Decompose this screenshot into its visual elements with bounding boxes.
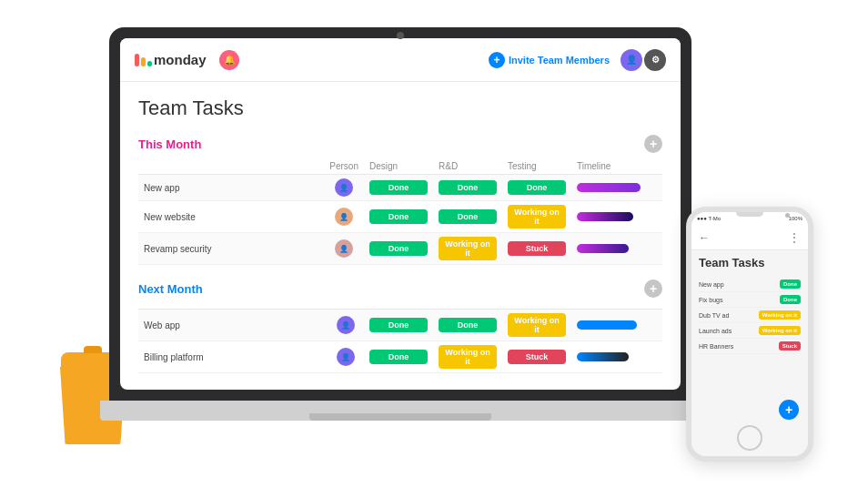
avatar-user1[interactable]: 👤 xyxy=(621,49,642,71)
design-cell: Done xyxy=(364,310,433,341)
table-row: New website 👤 Done Done xyxy=(138,201,662,233)
add-next-month-button[interactable]: + xyxy=(644,279,662,298)
phone-battery: 100% xyxy=(789,216,802,221)
phone-home-button[interactable] xyxy=(737,425,762,451)
status-badge: Working on it xyxy=(759,326,801,335)
task-name: Web app xyxy=(138,310,328,341)
status-badge: Done xyxy=(439,180,497,195)
col-person: Person xyxy=(324,158,364,175)
header-right: + Invite Team Members 👤 ⚙ xyxy=(489,49,666,71)
phone-carrier: ●●● T-Mo xyxy=(697,216,721,221)
rd-cell: Done xyxy=(433,175,502,201)
phone-header: ← ⋮ xyxy=(691,225,808,250)
status-badge: Done xyxy=(780,295,801,304)
timeline-bar xyxy=(577,320,637,330)
phone-screen: ●●● T-Mo 100% ← ⋮ Team Tasks New app Don… xyxy=(691,212,808,456)
testing-cell: Stuck xyxy=(502,341,571,373)
timeline-cell xyxy=(571,310,662,341)
status-badge: Working on it xyxy=(508,205,566,229)
person-cell: 👤 xyxy=(328,310,364,341)
avatar: 👤 xyxy=(337,348,355,366)
testing-cell: Done xyxy=(502,175,571,201)
phone-task-name: Launch ads xyxy=(699,328,755,334)
list-item: HR Banners Stuck xyxy=(699,339,801,354)
design-cell: Done xyxy=(364,201,433,233)
notification-bell[interactable]: 🔔 xyxy=(219,50,239,70)
add-this-month-button[interactable]: + xyxy=(644,135,662,153)
testing-cell: Working on it xyxy=(502,201,571,233)
laptop-screen-outer: monday 🔔 + Invite Team Members xyxy=(109,27,691,401)
status-badge: Stuck xyxy=(779,341,801,351)
laptop-camera xyxy=(397,32,404,39)
col-rd: R&D xyxy=(433,158,502,175)
table-row: New app 👤 Done Done xyxy=(138,175,662,201)
person-cell: 👤 xyxy=(324,175,364,201)
status-badge: Done xyxy=(369,318,428,332)
status-badge: Done xyxy=(439,318,497,332)
avatar: 👤 xyxy=(335,178,353,197)
status-badge: Done xyxy=(369,180,428,195)
phone-task-name: HR Banners xyxy=(699,343,775,350)
status-badge: Done xyxy=(439,209,497,224)
status-badge: Done xyxy=(508,180,566,195)
list-item: New app Done xyxy=(699,277,801,292)
timeline-bar xyxy=(577,244,629,253)
logo-bar-orange xyxy=(141,57,146,66)
phone-back-button[interactable]: ← xyxy=(699,231,710,244)
phone-task-name: Fix bugs xyxy=(699,297,776,303)
table-row: Web app 👤 Done Done xyxy=(138,310,662,341)
col-testing: Testing xyxy=(502,158,571,175)
status-badge: Stuck xyxy=(508,241,566,256)
list-item: Launch ads Working on it xyxy=(699,323,801,339)
invite-button[interactable]: + Invite Team Members xyxy=(489,52,610,68)
list-item: Dub TV ad Working on it xyxy=(699,308,801,323)
status-badge: Done xyxy=(369,241,428,256)
avatar-user2[interactable]: ⚙ xyxy=(644,49,666,71)
timeline-bar xyxy=(577,183,641,192)
section-next-month: Next Month + xyxy=(138,279,662,373)
task-name: New app xyxy=(138,175,324,201)
status-badge: Done xyxy=(369,350,428,364)
logo-bar-red xyxy=(135,54,139,66)
table-row: Billing platform 👤 Done Work xyxy=(138,341,662,373)
timeline-cell xyxy=(571,201,662,233)
app-content: monday 🔔 + Invite Team Members xyxy=(120,38,681,390)
section-next-month-title: Next Month xyxy=(138,282,203,296)
status-badge: Stuck xyxy=(508,350,566,364)
section-this-month-title: This Month xyxy=(138,137,201,151)
avatar: 👤 xyxy=(337,316,355,334)
design-cell: Done xyxy=(364,341,433,373)
laptop-screen-inner: monday 🔔 + Invite Team Members xyxy=(120,38,681,390)
design-cell: Done xyxy=(364,233,433,265)
monday-logo: monday xyxy=(135,52,207,67)
timeline-cell xyxy=(571,233,662,265)
rd-cell: Working on it xyxy=(433,341,502,373)
col-timeline: Timeline xyxy=(571,158,662,175)
app-header: monday 🔔 + Invite Team Members xyxy=(120,38,681,82)
invite-plus-icon: + xyxy=(489,52,505,68)
phone-camera xyxy=(785,213,790,218)
status-badge: Done xyxy=(369,209,428,224)
status-badge: Working on it xyxy=(508,313,566,337)
phone-task-name: New app xyxy=(699,281,776,288)
notification-icon: 🔔 xyxy=(224,55,235,65)
table-row: Revamp security 👤 Done Worki xyxy=(138,233,662,265)
logo-text: monday xyxy=(154,52,207,67)
this-month-table: Person Design R&D Testing Timeline xyxy=(138,158,662,265)
next-month-table: Web app 👤 Done Done xyxy=(138,303,662,373)
person-cell: 👤 xyxy=(324,233,364,265)
avatar-group: 👤 ⚙ xyxy=(621,49,666,71)
laptop: monday 🔔 + Invite Team Members xyxy=(91,27,710,464)
task-name: New website xyxy=(138,201,324,233)
logo-bars xyxy=(135,54,152,66)
phone-menu-button[interactable]: ⋮ xyxy=(788,230,801,245)
timeline-cell xyxy=(571,341,662,373)
status-badge: Working on it xyxy=(439,237,497,260)
phone: ●●● T-Mo 100% ← ⋮ Team Tasks New app Don… xyxy=(686,207,813,462)
section-next-month-header: Next Month + xyxy=(138,279,662,298)
phone-fab-button[interactable]: + xyxy=(779,400,799,420)
timeline-cell xyxy=(571,175,662,201)
timeline-bar xyxy=(577,352,629,361)
logo-area: monday 🔔 xyxy=(135,50,239,70)
timeline-bar xyxy=(577,212,633,221)
